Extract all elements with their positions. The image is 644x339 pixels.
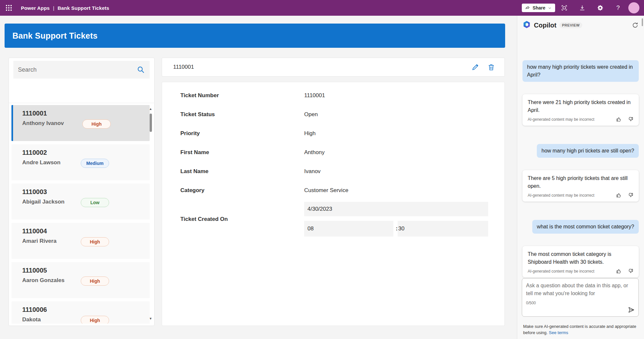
ai-message-text: There were 21 high priority tickets crea… <box>528 98 634 114</box>
time-row: 08 : 30 <box>304 221 488 237</box>
ai-disclaimer: AI-generated content may be incorrect <box>528 117 594 122</box>
ticket-list-item[interactable]: 1110004Amari RiveraHigh <box>11 223 150 259</box>
ticket-number: 1110002 <box>22 149 150 156</box>
help-icon[interactable]: ? <box>609 0 627 16</box>
field-label: Priority <box>180 130 304 137</box>
detail-fields: Ticket Number1110001Ticket StatusOpenPri… <box>162 86 504 200</box>
created-on-row: Ticket Created On 4/30/2023 08 : 30 <box>162 202 504 237</box>
detail-field-row: Last NameIvanov <box>162 162 504 181</box>
ai-message: The most common ticket category is Shipb… <box>522 246 639 277</box>
field-value: 1110001 <box>304 92 325 99</box>
char-counter: 0/500 <box>526 301 635 305</box>
priority-badge: High <box>81 316 109 324</box>
fit-screen-icon[interactable] <box>555 0 573 16</box>
copilot-chat: how many high priority tickets were crea… <box>522 60 639 296</box>
priority-badge: High <box>81 237 109 246</box>
ai-message-footer: AI-generated content may be incorrect <box>528 268 634 274</box>
waffle-menu-icon[interactable] <box>5 4 13 12</box>
user-message: how many high pri tickets are still open… <box>537 144 639 158</box>
scroll-down-arrow[interactable]: ▼ <box>149 317 152 320</box>
ticket-number: 1110003 <box>22 188 150 196</box>
detail-field-row: Ticket Number1110001 <box>162 86 504 105</box>
copilot-header: Copilot PREVIEW <box>522 20 639 30</box>
copilot-logo-icon <box>522 20 531 30</box>
list-scrollbar-thumb[interactable] <box>150 114 152 132</box>
ticket-name: Dakota <box>22 315 65 324</box>
ticket-name: Aaron Gonzales <box>22 276 65 284</box>
share-icon <box>525 5 530 10</box>
app-banner: Bank Support Tickets <box>5 24 505 48</box>
copilot-footer: Make sure AI-generated content is accura… <box>523 323 639 336</box>
ticket-number: 1110004 <box>22 227 150 235</box>
search-input[interactable] <box>13 66 137 73</box>
user-message: how many high priority tickets were crea… <box>522 60 639 82</box>
feedback-buttons <box>616 192 634 198</box>
search-box <box>13 61 150 79</box>
page-title: Bank Support Tickets <box>12 31 98 41</box>
copilot-scrollbar-thumb[interactable] <box>642 18 643 26</box>
field-label: First Name <box>180 149 304 156</box>
app-title-separator: | <box>53 5 54 11</box>
thumbs-up-icon[interactable] <box>616 116 622 122</box>
delete-trash-icon[interactable] <box>486 62 497 73</box>
chevron-down-icon <box>548 6 552 10</box>
search-icon[interactable] <box>137 65 145 74</box>
send-icon[interactable] <box>627 306 635 314</box>
ticket-list-item[interactable]: 1110005Aaron GonzalesHigh <box>11 262 150 298</box>
copilot-preview-badge: PREVIEW <box>559 22 582 28</box>
thumbs-up-icon[interactable] <box>616 268 622 274</box>
field-value: Ivanov <box>304 168 321 175</box>
thumbs-down-icon[interactable] <box>627 192 634 198</box>
ticket-list-panel: + New 1110001Anthony IvanovHigh1110002An… <box>8 58 155 326</box>
field-value: Anthony <box>304 149 324 156</box>
detail-form: Ticket Number1110001Ticket StatusOpenPri… <box>162 82 505 326</box>
scroll-up-arrow[interactable]: ▲ <box>149 107 152 111</box>
thumbs-down-icon[interactable] <box>627 116 634 122</box>
minute-input[interactable]: 30 <box>398 221 488 237</box>
detail-header: 1110001 <box>162 58 505 77</box>
field-label: Ticket Status <box>180 111 304 118</box>
priority-badge: Low <box>81 198 109 207</box>
ticket-list-item[interactable]: 1110002Andre LawsonMedium <box>11 144 150 180</box>
copilot-input[interactable] <box>526 282 635 299</box>
ai-message: There were 21 high priority tickets crea… <box>522 94 639 126</box>
list-divider <box>9 103 154 103</box>
app-window: Power Apps|Bank Support Tickets Share <box>0 0 644 339</box>
hour-input[interactable]: 08 <box>304 221 393 237</box>
topbar-actions: Share ? <box>522 0 644 16</box>
ticket-list-item[interactable]: 1110003Abigail JacksonLow <box>11 184 150 220</box>
thumbs-up-icon[interactable] <box>616 192 622 198</box>
ai-message-text: There are 5 high priority tickets that a… <box>528 174 634 190</box>
thumbs-down-icon[interactable] <box>627 268 634 274</box>
refresh-icon[interactable] <box>632 22 639 29</box>
topbar: Power Apps|Bank Support Tickets Share <box>0 0 644 16</box>
copilot-footer-text: Make sure AI-generated content is accura… <box>523 324 636 335</box>
created-on-inputs: 4/30/2023 08 : 30 <box>304 202 488 237</box>
ai-message-footer: AI-generated content may be incorrect <box>528 192 634 198</box>
date-input[interactable]: 4/30/2023 <box>304 202 488 216</box>
copilot-input-box: 0/500 <box>522 278 639 317</box>
priority-badge: High <box>81 277 109 286</box>
detail-field-row: CategoryCustomer Service <box>162 181 504 200</box>
ai-disclaimer: AI-generated content may be incorrect <box>528 269 594 274</box>
share-button[interactable]: Share <box>522 4 555 12</box>
detail-title: 1110001 <box>173 64 194 70</box>
feedback-buttons <box>616 116 634 122</box>
copilot-title: Copilot <box>534 22 556 29</box>
detail-field-row: First NameAnthony <box>162 143 504 162</box>
ticket-number: 1110001 <box>22 110 150 117</box>
ticket-name: Amari Rivera <box>22 237 65 245</box>
ai-message-footer: AI-generated content may be incorrect <box>528 116 634 122</box>
ticket-list-item[interactable]: 1110001Anthony IvanovHigh <box>11 105 150 141</box>
minute-value: 30 <box>398 225 405 232</box>
see-terms-link[interactable]: See terms <box>549 330 568 335</box>
edit-pencil-icon[interactable] <box>470 62 481 73</box>
ticket-list-item[interactable]: 1110006DakotaHigh <box>11 301 150 324</box>
settings-gear-icon[interactable] <box>591 0 609 16</box>
detail-actions <box>470 62 497 73</box>
ticket-list: 1110001Anthony IvanovHigh1110002Andre La… <box>11 105 150 324</box>
download-icon[interactable] <box>573 0 591 16</box>
created-on-label: Ticket Created On <box>180 216 304 223</box>
user-avatar[interactable] <box>628 2 639 13</box>
field-label: Category <box>180 187 304 194</box>
